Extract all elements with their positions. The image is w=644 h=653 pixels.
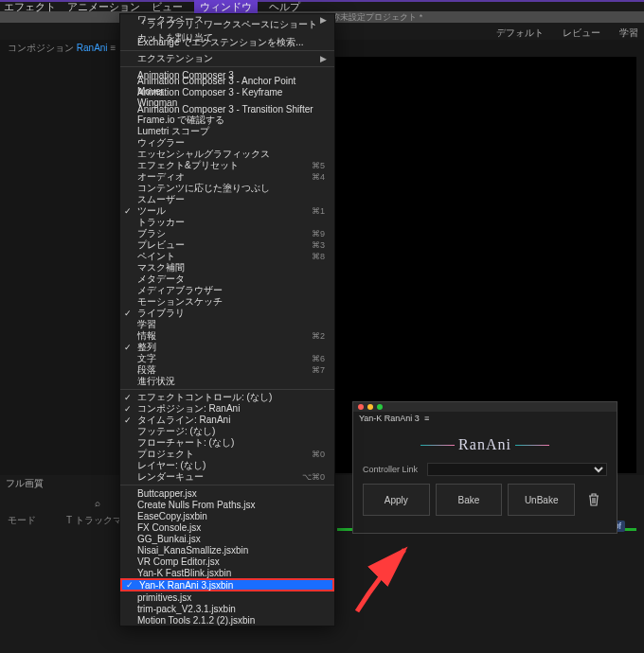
check-icon: ✓ <box>124 404 132 414</box>
check-icon: ✓ <box>126 580 134 590</box>
shortcut-label: ⌘9 <box>312 229 325 238</box>
workspace-switcher[interactable]: デフォルトレビュー学習 <box>496 26 638 40</box>
ranani-panel: Yan-K RanAni 3 ≡ RanAni Controller Link … <box>352 401 617 534</box>
check-icon: ✓ <box>124 393 132 402</box>
check-icon: ✓ <box>124 206 132 216</box>
check-icon: ✓ <box>124 415 132 425</box>
panel-tab-title: Yan-K RanAni 3 ≡ <box>353 412 617 425</box>
window-menu-dropdown: ワークスペース▶「ライブラリ」ワークスペースにショートカットを割り当てExcha… <box>119 13 335 627</box>
menu-アニメーション[interactable]: アニメーション <box>67 0 140 14</box>
menu-item[interactable]: エクステンション▶ <box>120 53 334 64</box>
menu-separator <box>120 50 334 51</box>
shortcut-label: ⌥⌘0 <box>302 472 325 482</box>
tab-menu-icon[interactable]: ≡ <box>110 43 116 53</box>
panel-chrome <box>353 402 617 412</box>
shortcut-label: ⌘8 <box>312 252 325 261</box>
menu-item[interactable]: Yan-K FastBlink.jsxbin <box>120 567 334 578</box>
quality-dropdown[interactable]: フル画質 <box>6 477 44 490</box>
ranani-logo: RanAni <box>353 436 617 453</box>
close-icon[interactable] <box>358 404 364 410</box>
shortcut-label: ⌘7 <box>312 365 325 375</box>
menu-item[interactable]: Motion Tools 2.1.2 (2).jsxbin <box>120 614 334 626</box>
menu-item[interactable]: Animation Composer 3 - Keyframe Wingman <box>120 92 334 103</box>
shortcut-label: ⌘5 <box>312 161 325 170</box>
controller-link-select[interactable] <box>427 463 607 476</box>
menu-item[interactable]: レンダーキュー⌥⌘0 <box>120 471 334 483</box>
composition-tab-label[interactable]: コンポジション RanAni ≡ <box>2 40 121 57</box>
menu-item[interactable]: ✓Yan-K RanAni 3.jsxbin <box>120 578 334 591</box>
chevron-right-icon: ▶ <box>320 54 327 63</box>
unbake-button[interactable]: UnBake <box>508 484 575 516</box>
menu-item[interactable]: trim-pack_V2.3.1.jsxbin <box>120 603 334 614</box>
menu-item[interactable]: Exchange でエクステンションを検索... <box>120 37 334 48</box>
search-icon[interactable]: ⌕ <box>95 498 100 508</box>
shortcut-label: ⌘3 <box>312 240 325 250</box>
check-icon: ✓ <box>124 343 132 352</box>
menu-item[interactable]: Nisai_KanaSmallize.jsxbin <box>120 544 334 556</box>
menu-item[interactable]: FX Console.jsx <box>120 521 334 533</box>
workspace-レビュー[interactable]: レビュー <box>563 26 600 40</box>
menu-item[interactable]: EaseCopy.jsxbin <box>120 510 334 521</box>
menu-item[interactable]: Buttcapper.jsx <box>120 487 334 499</box>
workspace-学習[interactable]: 学習 <box>619 26 638 40</box>
menu-item[interactable]: 進行状況 <box>120 376 334 387</box>
check-icon: ✓ <box>124 309 132 318</box>
menu-item[interactable]: Create Nulls From Paths.jsx <box>120 499 334 510</box>
bake-button[interactable]: Bake <box>436 484 503 516</box>
shortcut-label: ⌘6 <box>312 354 325 363</box>
shortcut-label: ⌘1 <box>312 206 325 216</box>
workspace-デフォルト[interactable]: デフォルト <box>496 26 544 40</box>
minimize-icon[interactable] <box>367 404 373 410</box>
menu-ビュー[interactable]: ビュー <box>152 0 183 14</box>
shortcut-label: ⌘0 <box>312 450 325 459</box>
menu-bar: エフェクトアニメーションビューウィンドウヘルプ <box>0 0 644 11</box>
menu-separator <box>120 389 334 390</box>
menu-item[interactable]: GG_Bunkai.jsx <box>120 533 334 544</box>
trash-icon[interactable] <box>581 484 607 516</box>
timeline-column[interactable]: モード <box>8 514 36 527</box>
menu-item[interactable]: primitives.jsx <box>120 591 334 603</box>
chevron-right-icon: ▶ <box>320 15 327 25</box>
menu-エフェクト[interactable]: エフェクト <box>4 0 56 14</box>
apply-button[interactable]: Apply <box>363 484 430 516</box>
menu-separator <box>120 66 334 67</box>
zoom-icon[interactable] <box>377 404 383 410</box>
menu-separator <box>120 485 334 485</box>
menu-item[interactable]: VR Comp Editor.jsx <box>120 556 334 567</box>
shortcut-label: ⌘2 <box>312 331 325 341</box>
shortcut-label: ⌘4 <box>312 172 325 182</box>
controller-link-row: Controller Link <box>353 463 617 476</box>
